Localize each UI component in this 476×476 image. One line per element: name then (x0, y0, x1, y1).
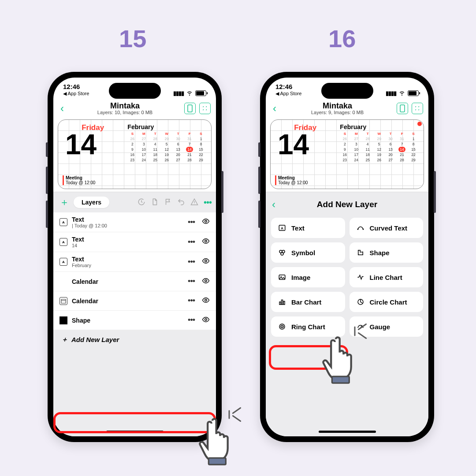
svg-text:A: A (281, 227, 283, 231)
layer-more-icon[interactable]: ••• (185, 316, 197, 325)
text-icon: A (277, 224, 287, 232)
blank-layer-icon (60, 278, 67, 286)
nav-subtitle: Layers: 9, Images: 0 MB (278, 110, 397, 115)
layer-more-icon[interactable]: ••• (185, 257, 197, 267)
layers-toolbar: ＋ Layers (53, 192, 216, 212)
svg-point-8 (205, 318, 207, 320)
layer-more-icon[interactable]: ••• (185, 277, 197, 286)
plus-icon: ＋ (61, 335, 68, 344)
nav-subtitle: Layers: 10, Images: 0 MB (66, 110, 184, 115)
svg-rect-21 (282, 300, 283, 305)
symbol-icon (277, 249, 287, 257)
preview-grid-icon[interactable] (412, 103, 423, 114)
add-new-layer-row[interactable]: ＋ Add New Layer (53, 330, 216, 349)
widget-event: Meeting Today @ 12:00 (275, 175, 335, 185)
toolbar-add-icon[interactable]: ＋ (58, 196, 71, 209)
nav-title: Mintaka (66, 101, 184, 111)
layer-type-symbol[interactable]: Symbol (271, 242, 345, 263)
layer-visibility-icon[interactable] (202, 237, 210, 247)
svg-rect-18 (279, 275, 285, 280)
layer-type-curved-text[interactable]: Curved Text (350, 218, 424, 238)
layer-visibility-icon[interactable] (202, 316, 210, 325)
layer-visibility-icon[interactable] (202, 296, 210, 306)
layer-row[interactable]: AText| Today @ 12:00••• (53, 212, 216, 232)
toolbar-document-icon[interactable] (151, 198, 159, 207)
svg-rect-20 (279, 302, 281, 305)
layer-list: AText| Today @ 12:00•••AText14•••ATextFe… (53, 212, 216, 330)
toolbar-segment-layers[interactable]: Layers (74, 197, 109, 208)
layer-type-ring-chart[interactable]: Ring Chart (271, 316, 345, 337)
status-back-appstore[interactable]: ◀ App Store (63, 91, 89, 97)
bar-chart-icon (277, 298, 287, 306)
line-chart-icon (356, 273, 365, 281)
svg-point-3 (205, 260, 207, 262)
layer-more-icon[interactable]: ••• (185, 218, 197, 227)
home-indicator[interactable] (319, 431, 376, 433)
widget-event: Meeting Today @ 12:00 (63, 175, 123, 185)
svg-point-17 (281, 253, 283, 255)
shape-icon (356, 249, 365, 257)
status-back-appstore[interactable]: ◀ App Store (275, 91, 301, 97)
svg-rect-22 (283, 301, 285, 305)
toolbar-undo-icon[interactable] (177, 198, 185, 207)
signal-icon: ▮▮▮▮ (386, 90, 396, 97)
toolbar-more-icon[interactable]: ••• (204, 197, 212, 208)
ring-chart-icon (277, 323, 287, 331)
layer-more-icon[interactable]: ••• (185, 238, 197, 247)
layer-type-circle-chart[interactable]: Circle Chart (350, 292, 424, 312)
status-time: 12:46 (275, 83, 292, 90)
nav-bar: ‹ Mintaka Layers: 9, Images: 0 MB (266, 101, 428, 117)
layer-type-bar-chart[interactable]: Bar Chart (271, 292, 345, 312)
layer-visibility-icon[interactable] (202, 217, 210, 227)
text-layer-icon: A (60, 258, 67, 266)
svg-rect-9 (208, 458, 226, 465)
widget-daynum: 14 (63, 132, 123, 158)
svg-point-14 (362, 229, 364, 230)
widget-preview[interactable]: Friday 14 Meeting Today @ 12:00 February… (58, 119, 212, 189)
nav-back-button[interactable]: ‹ (271, 102, 278, 115)
nav-back-button[interactable]: ‹ (59, 102, 66, 115)
layer-row[interactable]: Calendar••• (53, 272, 216, 291)
layer-more-icon[interactable]: ••• (185, 296, 197, 305)
layer-row[interactable]: Calendar••• (53, 291, 216, 311)
svg-rect-10 (400, 105, 405, 112)
widget-preview[interactable]: Friday 14 Meeting Today @ 12:00 February… (270, 119, 424, 189)
dynamic-island (109, 83, 161, 99)
phone-frame-1: 12:46 ◀ App Store ▮▮▮▮ ‹ Mintaka Layers:… (48, 72, 222, 442)
panel-title: Add New Layer (272, 200, 422, 209)
svg-point-4 (205, 279, 207, 282)
layer-row[interactable]: AText14••• (53, 232, 216, 252)
toolbar-flag-icon[interactable] (164, 198, 172, 207)
toolbar-warning-icon[interactable] (190, 198, 198, 207)
widget-month: February (126, 123, 207, 130)
wifi-icon (398, 89, 406, 98)
home-indicator[interactable] (106, 431, 164, 433)
widget-daynum: 14 (275, 132, 335, 158)
layer-type-shape[interactable]: Shape (350, 242, 424, 263)
preview-grid-icon[interactable] (199, 103, 211, 114)
step-label-15: 15 (119, 24, 146, 53)
signal-icon: ▮▮▮▮ (173, 90, 184, 97)
svg-rect-5 (61, 299, 66, 303)
wifi-icon (186, 89, 193, 98)
layer-type-text[interactable]: AText (271, 218, 345, 238)
status-time: 12:46 (63, 83, 80, 90)
nav-bar: ‹ Mintaka Layers: 10, Images: 0 MB (53, 101, 216, 117)
step-label-16: 16 (328, 24, 356, 53)
nav-title: Mintaka (278, 101, 397, 111)
dynamic-island (321, 83, 373, 99)
widget-calendar: SMTWTFS262728293031123456789101112131415… (339, 131, 419, 163)
preview-phone-icon[interactable] (184, 103, 196, 114)
layer-visibility-icon[interactable] (202, 277, 210, 286)
layer-row[interactable]: Shape••• (53, 311, 216, 330)
layer-type-image[interactable]: Image (271, 267, 345, 287)
layer-type-line-chart[interactable]: Line Chart (350, 267, 424, 287)
layer-visibility-icon[interactable] (202, 257, 210, 267)
svg-rect-0 (188, 105, 192, 112)
preview-phone-icon[interactable] (397, 103, 408, 114)
text-layer-icon: A (60, 238, 67, 246)
battery-icon (408, 90, 419, 96)
svg-point-1 (205, 220, 207, 223)
layer-row[interactable]: ATextFebruary••• (53, 252, 216, 272)
toolbar-history-icon[interactable] (138, 198, 145, 207)
